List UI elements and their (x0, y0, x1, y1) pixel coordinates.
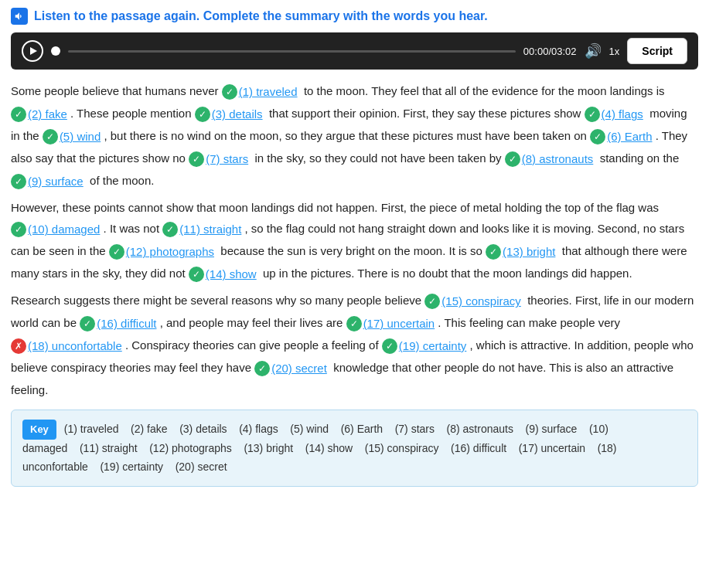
progress-bar[interactable] (68, 50, 516, 53)
answer-7: ✓ (7) stars (189, 148, 248, 170)
audio-icon (11, 8, 28, 25)
progress-dot[interactable] (51, 46, 60, 56)
page-header: Listen to the passage again. Complete th… (11, 8, 698, 25)
key-label: Key (22, 420, 56, 440)
page-title: Listen to the passage again. Complete th… (34, 9, 488, 23)
answer-1: ✓ (1) traveled (222, 81, 298, 103)
answer-10: ✓ (10) damaged (11, 219, 100, 240)
passage-content: Some people believe that humans never ✓ … (11, 80, 698, 400)
answer-3: ✓ (3) details (195, 104, 263, 125)
answer-18: ✗ (18) unconfortable (11, 335, 122, 357)
key-box: Key (1) traveled (2) fake (3) details (4… (11, 410, 698, 487)
answer-20: ✓ (20) secret (254, 358, 327, 379)
answer-16: ✓ (16) difficult (80, 313, 156, 335)
paragraph-3: Research suggests there might be several… (11, 290, 698, 400)
key-items: (1) traveled (2) fake (3) details (4) fl… (22, 423, 617, 473)
answer-17: ✓ (17) uncertain (346, 313, 435, 335)
answer-14: ✓ (14) show (189, 263, 257, 285)
answer-15: ✓ (15) conspiracy (424, 291, 521, 312)
answer-8: ✓ (8) astronauts (505, 148, 594, 170)
answer-13: ✓ (13) bright (486, 241, 555, 263)
play-button[interactable] (22, 40, 43, 62)
answer-12: ✓ (12) photographs (109, 241, 214, 263)
speed-button[interactable]: 1x (609, 46, 620, 57)
paragraph-1: Some people believe that humans never ✓ … (11, 80, 698, 192)
time-display: 00:00/03:02 (523, 46, 577, 57)
volume-button[interactable]: 🔊 (585, 42, 602, 59)
audio-player: 00:00/03:02 🔊 1x Script (11, 32, 698, 70)
answer-19: ✓ (19) certainty (382, 335, 467, 357)
answer-4: ✓ (4) flags (585, 104, 643, 125)
script-button[interactable]: Script (627, 38, 687, 64)
answer-5: ✓ (5) wind (43, 126, 101, 148)
paragraph-2: However, these points cannot show that m… (11, 197, 698, 285)
answer-9: ✓ (9) surface (11, 171, 84, 192)
answer-2: ✓ (2) fake (11, 104, 67, 125)
answer-11: ✓ (11) straight (162, 219, 241, 240)
answer-6: ✓ (6) Earth (590, 126, 652, 148)
